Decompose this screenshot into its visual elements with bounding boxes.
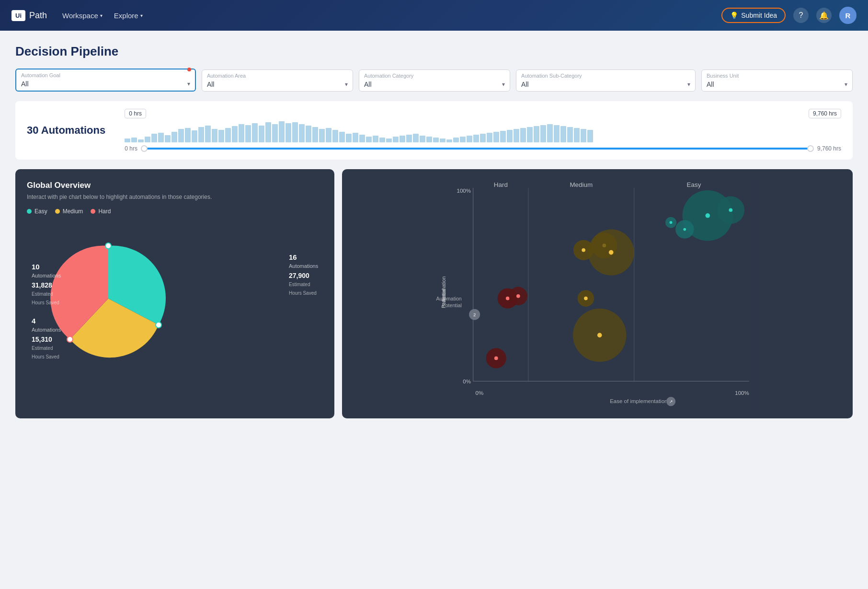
range-track[interactable] xyxy=(141,148,813,150)
filter-area-value: All xyxy=(207,81,215,88)
histogram-bar xyxy=(420,136,425,142)
histogram-bar xyxy=(239,124,244,142)
main-content: Decision Pipeline Automation Goal All ▾ … xyxy=(0,31,868,432)
filter-automation-subcategory[interactable]: Automation Sub-Category All ▾ xyxy=(516,69,696,92)
histogram-bar xyxy=(554,125,560,142)
histogram-bar xyxy=(326,128,331,142)
chevron-down-icon: ▾ xyxy=(845,81,847,88)
scatter-dot xyxy=(494,357,498,360)
range-max-label: 9,760 hrs xyxy=(809,109,841,118)
difficulty-easy-label: Easy xyxy=(687,181,701,188)
medium-dot xyxy=(55,209,60,214)
range-thumb-right[interactable] xyxy=(807,145,814,152)
nav-explore[interactable]: Explore ▾ xyxy=(114,12,143,20)
range-container: 0 hrs 9,760 hrs 0 hrs 9,760 hrs xyxy=(125,109,841,152)
chevron-down-icon: ▾ xyxy=(100,13,103,18)
global-overview-subtitle: Interact with pie chart below to highlig… xyxy=(27,193,323,201)
range-max-text: 9,760 hrs xyxy=(817,145,841,152)
pie-dot-3 xyxy=(67,336,73,342)
difficulty-hard-label: Hard xyxy=(494,181,508,188)
histogram-bar xyxy=(413,134,419,142)
chevron-down-icon: ▾ xyxy=(187,81,190,87)
svg-text:100%: 100% xyxy=(457,188,471,194)
histogram-bar xyxy=(487,133,492,142)
histogram-bar xyxy=(272,124,278,142)
scatter-dot xyxy=(597,333,602,338)
bottom-panels: Global Overview Interact with pie chart … xyxy=(15,169,853,418)
histogram-bar xyxy=(312,127,318,142)
filter-automation-goal[interactable]: Automation Goal All ▾ xyxy=(15,69,196,92)
chevron-down-icon: ▾ xyxy=(502,81,505,88)
histogram-bar xyxy=(473,135,479,142)
histogram-bar xyxy=(500,131,506,142)
global-overview-title: Global Overview xyxy=(27,181,323,190)
histogram-bar xyxy=(185,128,191,142)
question-icon: ? xyxy=(799,11,803,20)
range-slider[interactable]: 0 hrs 9,760 hrs xyxy=(125,145,841,152)
filters-row: Automation Goal All ▾ Automation Area Al… xyxy=(15,69,853,92)
histogram-bar xyxy=(158,133,164,142)
scatter-dot xyxy=(584,297,588,300)
scatter-dot xyxy=(729,208,733,212)
filter-subcategory-label: Automation Sub-Category xyxy=(521,73,690,79)
histogram-bar xyxy=(245,125,251,142)
scatter-wrapper: Hard Medium Easy 100% 0% Automation Pote… xyxy=(352,179,843,409)
scatter-dot xyxy=(684,228,686,231)
x-axis-label: Ease of implementation xyxy=(610,398,667,404)
chevron-down-icon: ▾ xyxy=(140,13,143,18)
histogram-bar xyxy=(540,125,546,142)
histogram-bar xyxy=(306,126,311,142)
bell-icon: 🔔 xyxy=(819,11,829,20)
histogram-bar xyxy=(332,130,338,142)
svg-text:Potential: Potential xyxy=(442,302,462,308)
histogram-bar xyxy=(460,137,466,142)
scatter-dot xyxy=(506,297,510,300)
histogram-bar xyxy=(560,126,566,142)
filter-area-label: Automation Area xyxy=(207,73,348,79)
logo[interactable]: Ui Path xyxy=(11,10,47,21)
histogram-bar xyxy=(373,136,378,142)
nav-workspace[interactable]: Workspace ▾ xyxy=(62,12,103,20)
histogram-bar xyxy=(346,134,352,142)
histogram-bar xyxy=(252,123,258,142)
help-button[interactable]: ? xyxy=(793,8,809,23)
notifications-button[interactable]: 🔔 xyxy=(816,8,832,23)
lightbulb-icon: 💡 xyxy=(730,12,738,19)
filter-automation-area[interactable]: Automation Area All ▾ xyxy=(202,69,353,92)
histogram-bar xyxy=(386,139,392,142)
histogram-bar xyxy=(587,130,593,142)
histogram-bar xyxy=(125,139,130,142)
histogram-bar xyxy=(514,129,519,142)
scatter-svg: Hard Medium Easy 100% 0% Automation Pote… xyxy=(352,179,843,409)
filter-automation-category[interactable]: Automation Category All ▾ xyxy=(359,69,510,92)
histogram-bar xyxy=(151,134,157,142)
histogram-bar xyxy=(299,124,305,142)
svg-text:2: 2 xyxy=(473,312,476,317)
histogram-bar xyxy=(225,128,231,142)
svg-text:↗: ↗ xyxy=(669,399,673,404)
legend: Easy Medium Hard xyxy=(27,208,323,215)
histogram-bar xyxy=(359,135,365,142)
legend-easy: Easy xyxy=(27,208,47,215)
logo-box: Ui xyxy=(11,10,25,21)
scatter-dot xyxy=(516,294,520,298)
histogram-bar xyxy=(205,126,211,142)
histogram-bar xyxy=(198,127,204,142)
pie-chart-area[interactable]: 16 Automations 27,900 EstimatedHours Sav… xyxy=(27,224,323,370)
app-header: Ui Path Workspace ▾ Explore ▾ 💡 Submit I… xyxy=(0,0,868,31)
histogram-bar xyxy=(366,137,372,142)
svg-text:Automation: Automation xyxy=(436,296,462,301)
user-avatar[interactable]: R xyxy=(839,7,857,24)
histogram-bar xyxy=(178,129,184,142)
main-nav: Workspace ▾ Explore ▾ xyxy=(62,12,143,20)
pie-chart-svg[interactable] xyxy=(27,224,190,368)
submit-idea-button[interactable]: 💡 Submit Idea xyxy=(721,8,786,23)
pie-dot-2 xyxy=(156,322,161,328)
range-thumb-left[interactable] xyxy=(141,145,148,152)
histogram-bar xyxy=(440,139,445,142)
histogram-bar xyxy=(145,137,150,142)
filter-business-unit[interactable]: Business Unit All ▾ xyxy=(701,69,853,92)
automations-panel: 30 Automations 0 hrs 9,760 hrs 0 hrs 9,7… xyxy=(15,101,853,160)
difficulty-medium-label: Medium xyxy=(570,181,593,188)
filter-category-label: Automation Category xyxy=(364,73,505,79)
